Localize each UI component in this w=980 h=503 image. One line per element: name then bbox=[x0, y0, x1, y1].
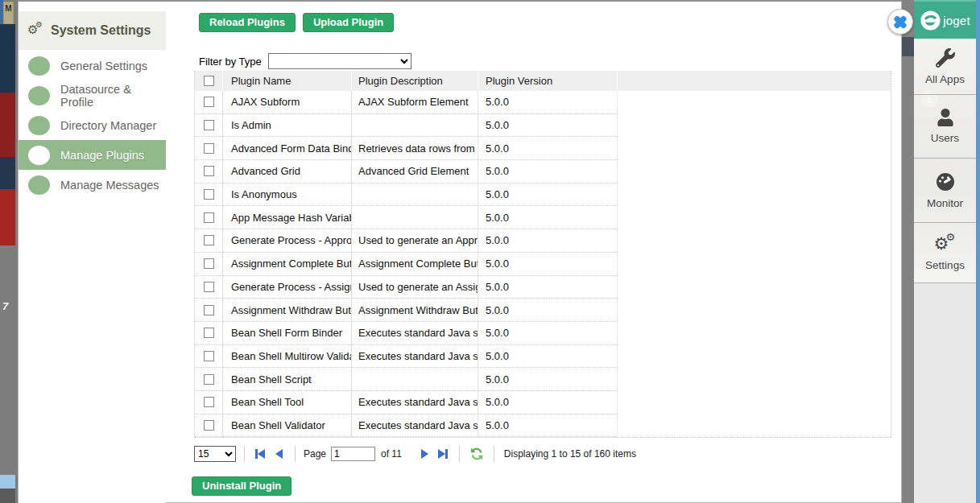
background-page-left-edge: M 7 bbox=[0, 0, 18, 503]
next-page-arrow[interactable] bbox=[421, 449, 428, 459]
dialog-close-button[interactable] bbox=[887, 9, 913, 35]
plugin-description-cell: AJAX Subform Element bbox=[352, 91, 478, 114]
table-row[interactable]: Generate Process - Assign Used to genera… bbox=[195, 276, 891, 299]
column-header-plugin-description[interactable]: Plugin Description bbox=[352, 71, 478, 91]
plugin-version-cell: 5.0.0 bbox=[478, 345, 618, 369]
table-row[interactable]: Advanced Grid Advanced Grid Element 5.0.… bbox=[195, 160, 891, 183]
plugins-toolbar: Reload Plugins Upload Plugin bbox=[199, 13, 394, 32]
plugin-version-cell: 5.0.0 bbox=[478, 368, 618, 391]
user-icon bbox=[937, 109, 954, 126]
plugin-version-cell: 5.0.0 bbox=[478, 229, 618, 253]
filter-by-type-select[interactable] bbox=[268, 53, 411, 69]
plugin-description-cell: Assignment Complete Butto bbox=[352, 253, 478, 276]
column-header-plugin-name[interactable]: Plugin Name bbox=[223, 71, 352, 91]
first-page-arrow[interactable] bbox=[255, 449, 265, 459]
table-row[interactable]: Advanced Form Data Binder Retrieves data… bbox=[195, 137, 891, 160]
row-checkbox[interactable] bbox=[204, 212, 214, 223]
previous-page-arrow[interactable] bbox=[275, 449, 283, 459]
joget-logo bbox=[920, 10, 941, 31]
plugin-description-cell bbox=[352, 183, 478, 207]
joget-brand-header[interactable]: joget bbox=[914, 0, 976, 39]
sidebar-item-directory-manager[interactable]: Directory Manager bbox=[19, 110, 166, 140]
background-page-right-edge bbox=[902, 0, 914, 503]
plugin-description-cell: Executes standard Java sy bbox=[352, 345, 478, 369]
row-checkbox[interactable] bbox=[204, 374, 214, 385]
page-count-label: of 11 bbox=[381, 448, 402, 460]
row-checkbox[interactable] bbox=[204, 328, 214, 338]
sidebar-item-manage-messages[interactable]: Manage Messages bbox=[19, 170, 166, 200]
gauge-icon bbox=[935, 172, 956, 192]
row-checkbox[interactable] bbox=[204, 305, 214, 315]
cogs-icon: ⚙⚙ bbox=[934, 234, 957, 254]
table-row[interactable]: Assignment Withdraw Butto Assignment Wit… bbox=[195, 299, 891, 322]
sidebar-item-datasource-profile[interactable]: Datasource & Profile bbox=[19, 80, 166, 110]
nav-item-users[interactable]: Users bbox=[914, 95, 976, 159]
upload-plugin-button[interactable]: Upload Plugin bbox=[303, 13, 394, 32]
column-header-plugin-version[interactable]: Plugin Version bbox=[478, 71, 618, 91]
brand-name: joget bbox=[943, 14, 970, 27]
uninstall-plugin-button[interactable]: Uninstall Plugin bbox=[192, 476, 292, 496]
table-row[interactable]: Generate Process - Approve Used to gener… bbox=[195, 229, 891, 253]
table-row[interactable]: Assignment Complete Butto Assignment Com… bbox=[195, 253, 891, 276]
row-checkbox[interactable] bbox=[204, 120, 214, 130]
table-row[interactable]: Bean Shell Validator Executes standard J… bbox=[195, 414, 891, 438]
background-photo-digit: 7 bbox=[2, 300, 8, 312]
row-checkbox[interactable] bbox=[204, 97, 214, 107]
table-row[interactable]: AJAX Subform AJAX Subform Element 5.0.0 bbox=[195, 91, 891, 114]
left-edge-m-box: M bbox=[3, 2, 14, 24]
nav-item-settings[interactable]: ⚙⚙ Settings bbox=[914, 223, 976, 283]
plugin-name-cell: Assignment Withdraw Butto bbox=[223, 299, 352, 322]
plugin-description-cell: Assignment Withdraw Butto bbox=[352, 299, 478, 322]
table-row[interactable]: Is Anonymous 5.0.0 bbox=[195, 183, 891, 207]
plugin-version-cell: 5.0.0 bbox=[478, 91, 618, 114]
plugin-version-cell: 5.0.0 bbox=[478, 137, 618, 160]
plugin-version-cell: 5.0.0 bbox=[478, 391, 618, 414]
plugin-name-cell: Bean Shell Script bbox=[223, 368, 352, 391]
row-checkbox[interactable] bbox=[204, 166, 214, 176]
row-checkbox[interactable] bbox=[204, 420, 214, 431]
plugin-name-cell: Assignment Complete Butto bbox=[223, 253, 352, 276]
table-row[interactable]: Is Admin 5.0.0 bbox=[195, 114, 891, 138]
nav-item-all-apps[interactable]: All Apps bbox=[914, 39, 976, 95]
nav-item-monitor[interactable]: Monitor bbox=[914, 159, 976, 223]
row-checkbox[interactable] bbox=[204, 282, 214, 292]
filter-row: Filter by Type bbox=[199, 53, 411, 69]
row-checkbox[interactable] bbox=[204, 143, 214, 154]
plugin-name-cell: AJAX Subform bbox=[223, 91, 352, 114]
plugin-description-cell bbox=[352, 368, 478, 391]
select-all-checkbox[interactable] bbox=[204, 76, 214, 86]
plugin-version-cell: 5.0.0 bbox=[478, 414, 618, 438]
row-checkbox[interactable] bbox=[204, 258, 214, 269]
table-row[interactable]: Bean Shell Tool Executes standard Java s… bbox=[195, 391, 891, 414]
reload-plugins-button[interactable]: Reload Plugins bbox=[199, 13, 296, 32]
page-size-select[interactable]: 15 bbox=[194, 446, 236, 462]
row-checkbox[interactable] bbox=[204, 235, 214, 245]
plugin-version-cell: 5.0.0 bbox=[478, 183, 618, 207]
table-row[interactable]: Bean Shell Form Binder Executes standard… bbox=[195, 322, 891, 345]
sidebar-item-general-settings[interactable]: General Settings bbox=[19, 51, 166, 80]
page-number-input[interactable] bbox=[331, 447, 375, 461]
table-row[interactable]: Bean Shell Multirow Valida Executes stan… bbox=[195, 345, 891, 369]
manage-plugins-panel: Reload Plugins Upload Plugin Filter by T… bbox=[166, 2, 901, 502]
menu-bullet-icon bbox=[28, 175, 50, 195]
settings-menu: General Settings Datasource & Profile Di… bbox=[19, 51, 166, 200]
plugin-description-cell: Advanced Grid Element bbox=[352, 160, 478, 183]
refresh-icon[interactable] bbox=[469, 447, 484, 461]
last-page-arrow[interactable] bbox=[438, 449, 448, 459]
page-label: Page bbox=[304, 448, 326, 460]
menu-bullet-icon bbox=[28, 86, 50, 105]
row-checkbox[interactable] bbox=[204, 351, 214, 361]
row-checkbox[interactable] bbox=[204, 189, 214, 200]
plugin-description-cell bbox=[352, 114, 478, 138]
row-checkbox[interactable] bbox=[204, 397, 214, 407]
menu-bullet-icon bbox=[28, 146, 50, 165]
settings-sidebar: ⚙⚙ System Settings General Settings Data… bbox=[19, 2, 166, 503]
plugin-description-cell: Executes standard Java sy bbox=[352, 391, 478, 414]
table-row[interactable]: App Message Hash Variable 5.0.0 bbox=[195, 206, 891, 229]
table-row[interactable]: Bean Shell Script 5.0.0 bbox=[195, 368, 891, 391]
plugin-name-cell: Is Admin bbox=[223, 114, 352, 138]
sidebar-item-manage-plugins[interactable]: Manage Plugins bbox=[19, 140, 166, 170]
plugin-name-cell: Advanced Form Data Binder bbox=[223, 137, 352, 160]
plugin-name-cell: Bean Shell Form Binder bbox=[223, 322, 352, 345]
plugin-description-cell: Executes standard Java sy bbox=[352, 322, 478, 345]
